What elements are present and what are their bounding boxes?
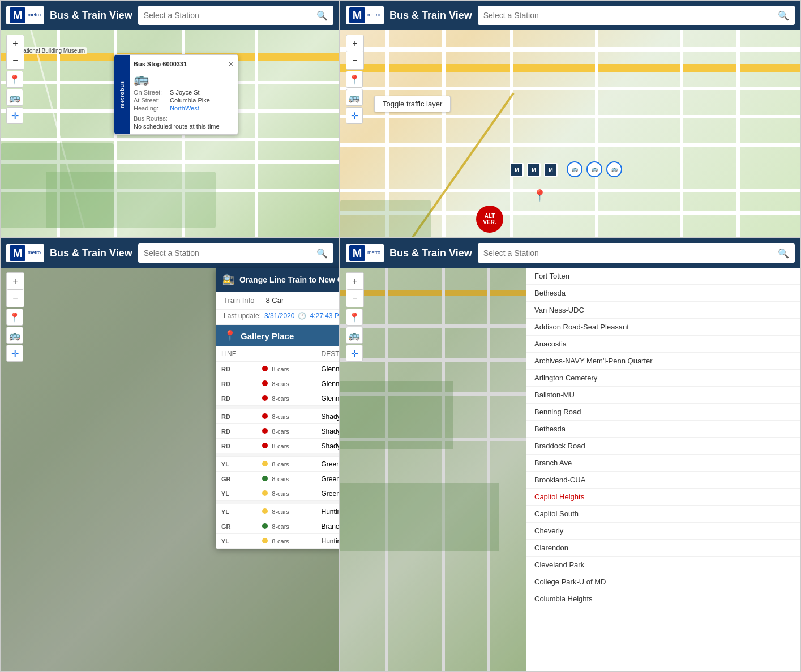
panel-bus-stop: M metro Bus & Train View 🔍 [0,0,340,238]
zoom-in-button-d[interactable]: + [346,273,363,290]
station-list-item[interactable]: Capitol Heights [526,489,800,506]
metro-logo-b: M metro [346,6,384,24]
search-input-a[interactable] [144,11,316,20]
search-button-c[interactable]: 🔍 [316,248,328,259]
search-bar-a[interactable]: 🔍 [138,6,333,25]
color-dot [262,428,268,434]
header-b: M metro Bus & Train View 🔍 [340,1,800,30]
crosshair-button-c[interactable]: ✛ [6,345,23,362]
line-code: YL [216,534,256,549]
color-dot [262,443,268,448]
road-decor [736,30,740,237]
search-button-d[interactable]: 🔍 [778,248,789,259]
bus-button-b[interactable]: 🚌 [346,89,363,106]
popup-bus-icon: 🚌 [134,72,233,87]
header-c: M metro Bus & Train View 🔍 [1,238,339,268]
station-list-item[interactable]: Benning Road [526,404,800,421]
schedule-row: RD 8-cars Glenmont 25 [216,376,340,391]
app-title-d: Bus & Train View [389,247,472,259]
station-header: 📍 Gallery Place × [216,325,340,346]
search-bar-c[interactable]: 🔍 [138,243,333,263]
popup-close-button[interactable]: × [229,59,233,69]
station-list-item[interactable]: Bethesda [526,285,800,302]
cars-cell: 8-cars [256,472,316,486]
station-list-item[interactable]: Capitol South [526,506,800,523]
bus-button-c[interactable]: 🚌 [6,327,23,344]
station-list-item[interactable]: Cleveland Park [526,557,800,573]
zoom-out-button-c[interactable]: − [7,290,24,307]
station-list-item[interactable]: Cheverly [526,523,800,540]
zoom-in-button-a[interactable]: + [7,35,24,52]
zoom-out-button-a[interactable]: − [7,52,24,69]
station-list-item[interactable]: Arlington Cemetery [526,370,800,387]
m-logo-box-c: M [10,245,25,261]
alt-badge-1: ALTVER. [476,206,503,233]
heading-label: Heading: [134,105,168,112]
at-street-value: Columbia Pike [170,97,210,104]
cars-cell: 8-cars [256,519,316,534]
station-list-item[interactable]: Ballston-MU [526,387,800,404]
schedule-row: YL 8-cars Greenbelt 27 [216,486,340,501]
road-decor-d [340,290,527,296]
bus-button-d[interactable]: 🚌 [346,327,363,344]
cars-cell: 8-cars [256,409,316,424]
search-input-b[interactable] [483,11,778,20]
search-button-a[interactable]: 🔍 [316,10,328,21]
station-list-item[interactable]: College Park-U of MD [526,573,800,590]
metro-subtext-b: metro [367,12,380,18]
metro-badge-1: M [510,163,524,177]
location-button-b[interactable]: 📍 [346,71,363,88]
search-bar-b[interactable]: 🔍 [478,6,795,25]
station-list-item[interactable]: Branch Ave [526,455,800,472]
road-decor [442,30,446,237]
schedule-row: YL 8-cars Huntington 10 [216,504,340,519]
location-button-d[interactable]: 📍 [346,309,363,326]
zoom-in-button-b[interactable]: + [346,35,363,52]
search-input-c[interactable] [144,249,316,258]
park-d [340,381,453,449]
station-list-item[interactable]: Archives-NAVY Mem'l-Penn Quarter [526,353,800,370]
station-list-item[interactable]: Van Ness-UDC [526,302,800,319]
search-input-d[interactable] [483,249,778,258]
zoom-in-button-c[interactable]: + [7,273,24,290]
traffic-toggle-button[interactable]: Toggle traffic layer [374,96,451,112]
park-d2 [340,483,499,551]
station-list-item[interactable]: Braddock Road [526,438,800,455]
metro-logo-a: M metro [6,6,44,24]
location-pin: 📍 [533,189,547,202]
zoom-out-button-b[interactable]: − [346,52,363,69]
color-dot [262,461,268,466]
panel-traffic: M metro Bus & Train View 🔍 [340,0,801,238]
bus-button-a[interactable]: 🚌 [6,89,23,106]
station-list-item[interactable]: Fort Totten [526,268,800,285]
bus-badge-1: 🚌 [567,161,582,177]
line-code: RD [216,409,256,424]
location-button-c[interactable]: 📍 [6,309,23,326]
popup-at-street: At Street: Columbia Pike [134,97,233,104]
road-decor [595,30,598,237]
search-button-b[interactable]: 🔍 [778,10,789,21]
color-dot [262,476,268,481]
station-list-item[interactable]: Columbia Heights [526,590,800,607]
crosshair-button-b[interactable]: ✛ [346,107,363,124]
station-list-item[interactable]: Bethesda [526,421,800,438]
station-list-item[interactable]: Brookland-CUA [526,472,800,489]
app-title-a: Bus & Train View [50,10,132,22]
zoom-out-button-d[interactable]: − [346,290,363,307]
crosshair-button-d[interactable]: ✛ [346,345,363,362]
last-update-time: 4:27:43 PM [310,312,340,320]
schedule-row: RD 8-cars Shady Grove 17 [216,424,340,439]
cars-cell: 8-cars [256,504,316,519]
m-logo-box-d: M [349,245,365,261]
station-list-item[interactable]: Clarendon [526,540,800,557]
on-street-value: S Joyce St [170,89,200,96]
search-bar-d[interactable]: 🔍 [478,243,795,263]
stripe-text: metrobus [119,80,125,108]
cars-label: 8-cars [272,490,289,497]
crosshair-button-a[interactable]: ✛ [6,107,23,124]
destination-cell: Greenbelt [316,472,340,486]
station-list-item[interactable]: Anacostia [526,336,800,353]
location-button-a[interactable]: 📍 [6,71,23,88]
station-list-item[interactable]: Addison Road-Seat Pleasant [526,319,800,336]
park-area2 [46,172,216,228]
